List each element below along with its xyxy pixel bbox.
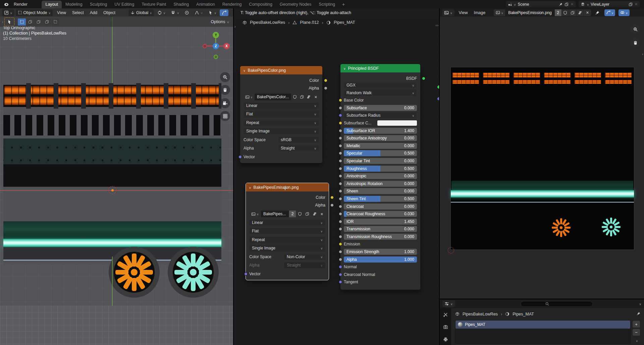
node-principled-bsdf[interactable]: Principled BSDF BSDF GGX Random Walk Bas… bbox=[340, 64, 421, 290]
new-image-icon[interactable] bbox=[304, 211, 311, 217]
node-header[interactable]: Principled BSDF bbox=[340, 64, 420, 72]
workspace-tab[interactable]: Rendering bbox=[219, 1, 246, 8]
workspace-tab[interactable]: Modeling bbox=[62, 1, 86, 8]
socket-gray[interactable] bbox=[339, 106, 342, 110]
gizmo-axis-x[interactable]: X bbox=[223, 43, 230, 49]
socket-gray[interactable] bbox=[339, 144, 342, 148]
image-editor-menu[interactable]: View bbox=[456, 8, 471, 17]
node-dropdown[interactable]: Repeat bbox=[244, 120, 319, 126]
shader-node-editor[interactable]: T: Toggle auto-offset direction (right),… bbox=[234, 8, 439, 345]
socket-vector-input[interactable] bbox=[238, 155, 242, 159]
proportional-edit-button[interactable] bbox=[182, 9, 191, 16]
select-mode-paint[interactable] bbox=[51, 18, 59, 25]
region-split-arrows[interactable]: ‹› bbox=[436, 23, 439, 27]
pan-gizmo-button[interactable] bbox=[220, 85, 230, 95]
breadcrumb-mesh[interactable]: Plane.012 bbox=[300, 20, 319, 25]
material-slot-row[interactable]: Pipes_MAT bbox=[455, 321, 630, 329]
select-mode-circle[interactable] bbox=[35, 18, 43, 25]
viewport-menu[interactable]: View bbox=[54, 8, 69, 17]
image-editor-menu[interactable]: Image bbox=[471, 8, 488, 17]
breadcrumb-object[interactable]: PipesBakeLowRes bbox=[250, 20, 285, 25]
properties-search-input[interactable] bbox=[521, 301, 593, 307]
node-bake-pipes-color[interactable]: BakePipesColor.png Color Alpha BakePipes… bbox=[240, 66, 323, 163]
slider-sheen-tint[interactable]: Sheen Tint0.500 bbox=[344, 196, 417, 202]
workspace-tab[interactable]: Animation bbox=[193, 1, 219, 8]
color-swatch-subsurface-c[interactable] bbox=[377, 120, 417, 126]
new-layer-icon[interactable] bbox=[629, 2, 633, 6]
show-gizmo-button[interactable] bbox=[206, 9, 219, 16]
slider-transmission-roughness[interactable]: Transmission Roughness0.000 bbox=[344, 234, 417, 240]
socket-gray[interactable] bbox=[339, 235, 342, 238]
camera-view-button[interactable] bbox=[220, 98, 230, 108]
workspace-tab[interactable]: Compositing bbox=[245, 1, 276, 8]
viewport-menu[interactable]: Object bbox=[100, 8, 118, 17]
image-name-field[interactable]: BakePipesEmission.png bbox=[505, 9, 554, 16]
socket-gray[interactable] bbox=[339, 250, 342, 253]
socket-color-output[interactable] bbox=[330, 196, 334, 199]
pin-icon[interactable] bbox=[559, 2, 563, 6]
workspace-tab[interactable]: Shading bbox=[170, 1, 193, 8]
new-image-icon[interactable] bbox=[569, 9, 576, 16]
active-tool-select-box[interactable] bbox=[4, 17, 14, 26]
slider-ior[interactable]: IOR1.450 bbox=[344, 219, 417, 225]
gizmo-axis-y[interactable]: Y bbox=[213, 32, 219, 38]
viewport-menu[interactable]: Select bbox=[69, 8, 87, 17]
workspace-tab[interactable]: Geometry Nodes bbox=[276, 1, 315, 8]
select-mode-tweak[interactable] bbox=[18, 18, 26, 25]
socket-gray[interactable] bbox=[339, 152, 342, 155]
tab-render[interactable] bbox=[443, 325, 448, 330]
collapse-icon[interactable] bbox=[249, 185, 251, 190]
socket-vector-input[interactable] bbox=[244, 272, 248, 276]
slider-subsurface-anisotropy[interactable]: Subsurface Anisotropy0.000 bbox=[344, 135, 417, 141]
unlink-image-icon[interactable] bbox=[312, 94, 319, 100]
socket-yellow[interactable] bbox=[339, 242, 342, 246]
gizmo-axis-y-neg[interactable] bbox=[214, 55, 218, 59]
image-editor[interactable]: ViewImage BakePipesEmission.png 2 bbox=[440, 8, 644, 299]
socket-gray[interactable] bbox=[339, 136, 342, 140]
socket-gray[interactable] bbox=[339, 227, 342, 231]
region-expand-icon[interactable]: › bbox=[234, 24, 236, 28]
snapping-button[interactable] bbox=[169, 9, 181, 16]
socket-gray[interactable] bbox=[339, 182, 342, 185]
remove-layer-icon[interactable] bbox=[634, 2, 638, 6]
socket-alpha-output[interactable] bbox=[330, 204, 334, 207]
overlays-dropdown[interactable] bbox=[619, 9, 630, 16]
scene-selector[interactable]: Scene bbox=[506, 1, 576, 7]
pack-image-icon[interactable] bbox=[311, 211, 318, 217]
unlink-image-icon[interactable] bbox=[584, 9, 591, 16]
new-scene-icon[interactable] bbox=[565, 2, 569, 6]
workspace-tab[interactable]: Texture Paint bbox=[138, 1, 170, 8]
slider-alpha[interactable]: Alpha1.000 bbox=[344, 256, 417, 263]
breadcrumb-material[interactable]: Pipes_MAT bbox=[334, 20, 355, 25]
socket-purple[interactable] bbox=[339, 280, 342, 284]
zoom-gizmo-button[interactable] bbox=[631, 24, 640, 34]
pack-image-icon[interactable] bbox=[306, 94, 312, 100]
slider-emission-strength[interactable]: Emission Strength1.000 bbox=[344, 249, 417, 255]
distribution-dropdown[interactable]: GGX bbox=[344, 82, 417, 88]
socket-gray[interactable] bbox=[339, 159, 342, 163]
fake-user-shield-icon[interactable] bbox=[291, 94, 298, 100]
blender-logo-icon[interactable] bbox=[3, 2, 9, 7]
gizmos-dropdown[interactable] bbox=[604, 9, 615, 16]
workspace-tab[interactable]: Scripting bbox=[315, 1, 339, 8]
dropdown-subsurface-radius[interactable]: Subsurface Radius bbox=[344, 112, 417, 118]
socket-gray[interactable] bbox=[339, 212, 342, 216]
socket-purple[interactable] bbox=[339, 273, 342, 276]
properties-editor[interactable]: PipesBakeLowRes Pipes_MAT Pipes_MAT + − bbox=[440, 299, 644, 345]
socket-gray[interactable] bbox=[339, 189, 342, 193]
overlays-toggle-button[interactable] bbox=[220, 9, 228, 16]
socket-purple[interactable] bbox=[339, 265, 342, 269]
socket-gray[interactable] bbox=[339, 174, 342, 178]
collapse-icon[interactable] bbox=[243, 68, 246, 73]
slider-clearcoat[interactable]: Clearcoat0.000 bbox=[344, 204, 417, 210]
node-dropdown[interactable]: Flat bbox=[249, 228, 325, 234]
users-count-badge[interactable]: 2 bbox=[289, 211, 296, 217]
fake-user-shield-icon[interactable] bbox=[296, 211, 303, 217]
unlink-image-icon[interactable] bbox=[318, 211, 325, 217]
slider-specular[interactable]: Specular0.500 bbox=[344, 150, 417, 156]
editor-type-button[interactable] bbox=[2, 9, 14, 16]
zoom-gizmo-button[interactable] bbox=[220, 72, 230, 82]
users-count-badge[interactable]: 2 bbox=[555, 9, 561, 16]
pin-icon[interactable] bbox=[595, 10, 600, 15]
material-specials-icon[interactable] bbox=[636, 338, 638, 343]
